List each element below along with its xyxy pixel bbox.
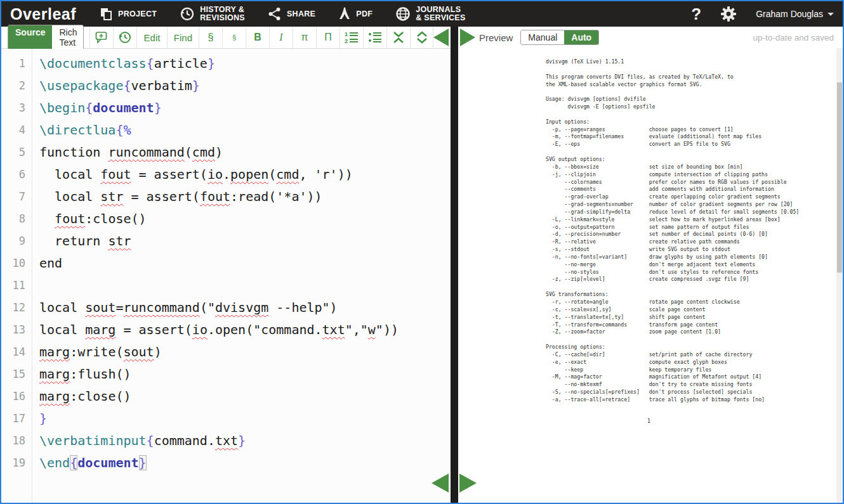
code-line[interactable]: 3\begin{document} xyxy=(1,97,451,119)
inline-math-button[interactable]: π xyxy=(293,27,316,48)
top-navbar: Overleaf PROJECT HISTORY & REVISIONS xyxy=(1,1,843,27)
line-number[interactable]: 15 xyxy=(1,363,32,385)
code-text[interactable]: \end{document} xyxy=(32,452,147,474)
code-line[interactable]: 17} xyxy=(1,408,451,430)
manual-compile-button[interactable]: Manual xyxy=(521,30,564,44)
code-text[interactable]: local str = assert(fout:read('*a')) xyxy=(32,186,322,208)
code-line[interactable]: 1\documentclass{article} xyxy=(1,53,451,75)
collapse-editor-arrow[interactable] xyxy=(432,474,449,493)
find-button[interactable]: Find xyxy=(167,27,199,48)
code-text[interactable]: \usepackage{verbatim} xyxy=(32,75,200,97)
line-number[interactable]: 5 xyxy=(1,141,32,164)
code-text[interactable]: \documentclass{article} xyxy=(32,53,215,75)
user-menu[interactable]: Graham Douglas xyxy=(756,9,834,19)
numbered-list-button[interactable]: 1 2 xyxy=(340,27,363,48)
nav-item-share[interactable]: SHARE xyxy=(268,7,315,21)
auto-compile-button[interactable]: Auto xyxy=(564,30,598,44)
code-line[interactable]: 7 local str = assert(fout:read('*a')) xyxy=(1,186,451,208)
help-button[interactable]: ? xyxy=(691,4,701,24)
gear-icon[interactable] xyxy=(720,6,737,22)
line-number[interactable]: 10 xyxy=(1,252,32,275)
code-text[interactable]: \verbatiminput{command.txt} xyxy=(32,430,246,452)
preview-scrollbar-track[interactable] xyxy=(836,48,843,503)
expand-preview-arrow[interactable] xyxy=(460,29,475,46)
source-mode-button[interactable]: Source xyxy=(8,25,52,49)
track-changes-button[interactable] xyxy=(113,27,136,48)
bullet-list-icon xyxy=(368,31,382,44)
code-text[interactable]: return str xyxy=(32,230,131,252)
preview-scrollbar-thumb[interactable] xyxy=(837,82,842,273)
bold-button[interactable]: B xyxy=(246,27,269,48)
code-text[interactable]: local sout=runcommand("dvisvgm --help") xyxy=(32,297,338,319)
line-number[interactable]: 9 xyxy=(1,230,32,252)
unfold-less-button[interactable] xyxy=(386,27,410,48)
unfold-more-button[interactable] xyxy=(410,27,433,48)
code-line[interactable]: 15marg:flush() xyxy=(1,363,451,385)
pdf-preview[interactable]: dvisvgm (TeX Live) 1.15.1 This program c… xyxy=(458,48,843,503)
source-editor[interactable]: 1\documentclass{article}2\usepackage{ver… xyxy=(1,49,451,503)
code-text[interactable]: end xyxy=(32,252,62,275)
code-line[interactable]: 18\verbatiminput{command.txt} xyxy=(1,430,451,452)
code-text[interactable]: \directlua{% xyxy=(32,119,131,141)
code-text[interactable]: \begin{document} xyxy=(32,97,162,119)
line-number[interactable]: 4 xyxy=(1,119,32,141)
nav-item-pdf[interactable]: PDF xyxy=(338,7,373,21)
line-number[interactable]: 1 xyxy=(1,53,32,75)
nav-item-label: PDF xyxy=(356,10,373,18)
line-number[interactable]: 8 xyxy=(1,208,32,230)
code-line[interactable]: 11 xyxy=(1,275,451,297)
line-number[interactable]: 12 xyxy=(1,297,32,319)
code-line[interactable]: 8 fout:close() xyxy=(1,208,451,230)
code-text[interactable]: marg:flush() xyxy=(32,363,131,385)
code-line[interactable]: 13local marg = assert(io.open("command.t… xyxy=(1,319,451,341)
code-text[interactable] xyxy=(32,275,39,297)
subsection-button[interactable]: § xyxy=(222,27,246,48)
code-line[interactable]: 2\usepackage{verbatim} xyxy=(1,75,451,97)
code-line[interactable]: 14marg:write(sout) xyxy=(1,341,451,363)
code-line[interactable]: 4\directlua{% xyxy=(1,119,451,141)
add-comment-button[interactable] xyxy=(89,27,113,48)
bullet-list-button[interactable] xyxy=(363,27,386,48)
line-number[interactable]: 13 xyxy=(1,319,32,341)
nav-item-journals-services[interactable]: JOURNALS & SERVICES xyxy=(395,6,466,22)
line-number[interactable]: 18 xyxy=(1,430,32,452)
section-button[interactable]: § xyxy=(199,27,222,48)
code-text[interactable]: } xyxy=(32,408,47,430)
code-text[interactable]: fout:close() xyxy=(32,208,147,230)
line-number[interactable]: 16 xyxy=(1,385,32,408)
code-line[interactable]: 6 local fout = assert(io.popen(cmd, 'r')… xyxy=(1,164,451,186)
code-line[interactable]: 16marg:close() xyxy=(1,385,451,408)
collapse-editor-arrow[interactable] xyxy=(433,29,449,46)
line-number[interactable]: 3 xyxy=(1,97,32,119)
nav-item-project[interactable]: PROJECT xyxy=(99,7,157,21)
code-line[interactable]: 10end xyxy=(1,252,451,275)
pane-divider[interactable] xyxy=(451,27,458,503)
line-number[interactable]: 7 xyxy=(1,186,32,208)
code-line[interactable]: 12local sout=runcommand("dvisvgm --help"… xyxy=(1,297,451,319)
edit-menu-button[interactable]: Edit xyxy=(136,27,167,48)
code-text[interactable]: function runcommand(cmd) xyxy=(32,141,223,164)
line-number[interactable]: 14 xyxy=(1,341,32,363)
overleaf-logo[interactable]: Overleaf xyxy=(10,5,76,23)
collapse-icon xyxy=(392,31,405,44)
svg-text:1: 1 xyxy=(345,31,348,37)
expand-preview-arrow[interactable] xyxy=(459,474,477,493)
mode-toggle: Source Rich Text xyxy=(8,25,84,50)
line-number[interactable]: 17 xyxy=(1,408,32,430)
code-text[interactable]: local marg = assert(io.open("command.txt… xyxy=(32,319,399,341)
display-math-button[interactable]: Π xyxy=(316,27,340,48)
code-text[interactable]: local fout = assert(io.popen(cmd, 'r')) xyxy=(32,164,353,186)
nav-item-history-revisions[interactable]: HISTORY & REVISIONS xyxy=(180,6,245,22)
code-line[interactable]: 5function runcommand(cmd) xyxy=(1,141,451,164)
navbar-right: ? Graham Douglas xyxy=(691,4,834,24)
line-number[interactable]: 6 xyxy=(1,164,32,186)
code-text[interactable]: marg:close() xyxy=(32,385,131,408)
code-text[interactable]: marg:write(sout) xyxy=(32,341,162,363)
line-number[interactable]: 2 xyxy=(1,75,32,97)
code-line[interactable]: 9 return str xyxy=(1,230,451,252)
line-number[interactable]: 19 xyxy=(1,452,32,474)
code-line[interactable]: 19\end{document} xyxy=(1,452,451,474)
line-number[interactable]: 11 xyxy=(1,275,32,297)
italic-button[interactable]: I xyxy=(269,27,293,48)
richtext-mode-button[interactable]: Rich Text xyxy=(52,25,84,49)
